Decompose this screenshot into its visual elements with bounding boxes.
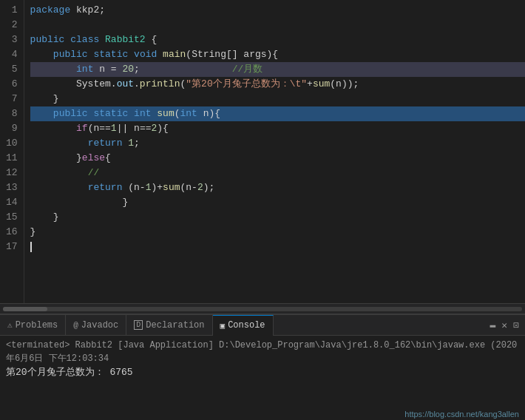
code-line: if(n==1|| n==2){ xyxy=(30,121,525,136)
maximize-button[interactable]: ⊡ xyxy=(513,319,519,331)
scrollbar-area[interactable] xyxy=(0,303,525,314)
code-line: int n = 20; //月数 xyxy=(30,62,525,77)
code-line: public class Rabbit2 { xyxy=(30,33,525,47)
tab-console-label: Console xyxy=(228,320,265,331)
code-line: } xyxy=(30,210,525,225)
code-line xyxy=(30,18,525,33)
code-line: } xyxy=(30,92,525,106)
bottom-panel: ⚠ Problems @ Javadoc D Declaration ▣ Con… xyxy=(0,314,525,420)
tab-problems-label: Problems xyxy=(16,320,58,331)
tab-console[interactable]: ▣ Console xyxy=(213,315,274,336)
code-line xyxy=(30,240,525,254)
tab-declaration-label: Declaration xyxy=(146,320,204,331)
code-line: return 1; xyxy=(30,136,525,151)
code-line: } xyxy=(30,225,525,240)
code-line: } xyxy=(30,195,525,210)
scrollbar-thumb[interactable] xyxy=(3,307,47,311)
line-numbers: 1 2 3 4 5 6 7 8 9 10 11 12 13 14 15 16 1… xyxy=(0,0,24,303)
scrollbar-track[interactable] xyxy=(3,307,522,311)
tab-problems[interactable]: ⚠ Problems xyxy=(0,315,66,336)
console-terminated-line: <terminated> Rabbit2 [Java Application] … xyxy=(6,339,519,365)
javadoc-icon: @ xyxy=(73,321,78,330)
tab-javadoc[interactable]: @ Javadoc xyxy=(66,315,126,336)
console-icon: ▣ xyxy=(220,321,226,331)
code-line: public static void main(String[] args){ xyxy=(30,47,525,62)
watermark: https://blog.csdn.net/kang3allen xyxy=(404,410,519,419)
code-line: System.out.println("第20个月兔子总数为：\t"+sum(n… xyxy=(30,77,525,92)
close-panel-button[interactable]: ✕ xyxy=(501,319,507,331)
tab-javadoc-label: Javadoc xyxy=(81,320,118,331)
code-line: }else{ xyxy=(30,151,525,166)
console-content: <terminated> Rabbit2 [Java Application] … xyxy=(0,336,525,420)
editor-area: 1 2 3 4 5 6 7 8 9 10 11 12 13 14 15 16 1… xyxy=(0,0,525,303)
code-line: return (n-1)+sum(n-2); xyxy=(30,180,525,195)
tab-actions: ▬ ✕ ⊡ xyxy=(484,319,525,331)
code-content[interactable]: package kkp2; public class Rabbit2 { pub… xyxy=(24,0,525,303)
problems-icon: ⚠ xyxy=(7,320,13,330)
minimize-button[interactable]: ▬ xyxy=(490,319,496,331)
tab-declaration[interactable]: D Declaration xyxy=(126,315,212,336)
code-line: public static int sum(int n){ xyxy=(30,106,525,121)
code-line: package kkp2; xyxy=(30,3,525,18)
tab-bar: ⚠ Problems @ Javadoc D Declaration ▣ Con… xyxy=(0,315,525,336)
console-output-line: 第20个月兔子总数为： 6765 xyxy=(6,365,519,380)
code-line: // xyxy=(30,166,525,180)
declaration-icon: D xyxy=(134,320,143,330)
